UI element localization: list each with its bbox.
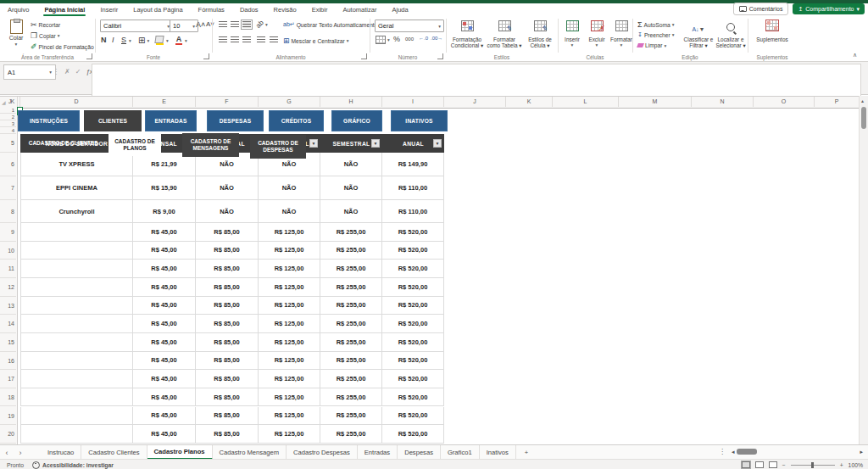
cell-r16c3[interactable]: R$ 125,00 (259, 352, 320, 370)
cell-r10c1[interactable]: R$ 45,00 (133, 242, 196, 260)
cell-r17c2[interactable]: R$ 85,00 (196, 370, 259, 388)
cell-r13c0[interactable] (20, 297, 133, 315)
cell-r20c2[interactable]: R$ 85,00 (196, 425, 259, 443)
sheet-tab-inativos[interactable]: Inativos (480, 445, 516, 460)
table-header-semestral[interactable]: SEMESTRAL▼ (320, 134, 382, 153)
cell-r16c1[interactable]: R$ 45,00 (133, 352, 196, 370)
add-sheet-button[interactable]: + (516, 445, 537, 460)
cell-r20c4[interactable]: R$ 255,00 (320, 425, 382, 443)
cadastro-despesas-button[interactable]: CADASTRO DE DESPESAS (250, 135, 306, 159)
cell-r12c3[interactable]: R$ 125,00 (259, 278, 320, 296)
scrollbar-grip-icon[interactable]: ⋮ (719, 448, 726, 455)
cell-r9c3[interactable]: R$ 125,00 (259, 223, 320, 241)
horizontal-scrollbar[interactable]: ◂ ▸ (732, 447, 863, 456)
cell-r14c1[interactable]: R$ 45,00 (133, 315, 196, 332)
zoom-in-button[interactable]: + (840, 462, 843, 468)
cell-r14c3[interactable]: R$ 125,00 (259, 315, 320, 332)
cell-r12c2[interactable]: R$ 85,00 (196, 278, 259, 296)
cell-r14c5[interactable]: R$ 520,00 (382, 315, 444, 332)
cell-r18c5[interactable]: R$ 520,00 (382, 388, 444, 406)
cell-r19c2[interactable]: R$ 85,00 (196, 407, 259, 425)
scroll-right-icon[interactable]: ▸ (860, 449, 863, 455)
cell-r17c1[interactable]: R$ 45,00 (133, 370, 196, 388)
cell-r12c1[interactable]: R$ 45,00 (133, 278, 196, 296)
page-break-view-button[interactable] (769, 461, 777, 468)
cell-r14c2[interactable]: R$ 85,00 (196, 315, 259, 332)
scroll-up-icon[interactable]: ▴ (861, 98, 864, 103)
cell-r13c4[interactable]: R$ 255,00 (320, 297, 382, 315)
page-layout-view-button[interactable] (755, 461, 764, 468)
filter-dropdown-icon[interactable]: ▼ (371, 139, 380, 148)
sheet-tab-grafico1[interactable]: Grafico1 (441, 445, 480, 460)
zoom-slider-thumb[interactable] (811, 462, 814, 468)
zoom-out-button[interactable]: − (782, 462, 786, 468)
cadastro-clientes-button[interactable]: CADASTRO DE CLIENTES (18, 133, 108, 154)
cell-r18c2[interactable]: R$ 85,00 (196, 388, 259, 406)
nav-button-inativos[interactable]: INATIVOS (391, 110, 448, 131)
cadastro-mensagens-button[interactable]: CADASTRO DE MENSAGENS (182, 133, 239, 157)
cell-r15c3[interactable]: R$ 125,00 (259, 333, 320, 351)
cell-r10c2[interactable]: R$ 85,00 (196, 242, 259, 260)
cell-r14c0[interactable] (20, 315, 133, 332)
cell-r19c3[interactable]: R$ 125,00 (259, 407, 320, 425)
cell-r16c4[interactable]: R$ 255,00 (320, 352, 382, 370)
filter-dropdown-icon[interactable]: ▼ (433, 139, 442, 148)
cell-r16c0[interactable] (20, 352, 133, 370)
cell-r13c2[interactable]: R$ 85,00 (196, 297, 259, 315)
nav-button-cr-ditos[interactable]: CRÉDITOS (269, 110, 324, 131)
cell-r10c0[interactable] (20, 242, 133, 260)
cell-r11c4[interactable]: R$ 255,00 (320, 260, 382, 277)
sheet-tab-cadastro-mensagem[interactable]: Cadastro Mensagem (213, 445, 287, 460)
sheet-tab-cadastro-clientes[interactable]: Cadastro Clientes (81, 445, 147, 460)
cell-r13c3[interactable]: R$ 125,00 (259, 297, 320, 315)
cell-r8c1[interactable]: R$ 9,00 (133, 200, 196, 222)
cell-r7c1[interactable]: R$ 15,90 (133, 176, 196, 199)
scroll-left-icon[interactable]: ◂ (732, 449, 735, 455)
cell-r12c4[interactable]: R$ 255,00 (320, 278, 382, 296)
cell-r15c1[interactable]: R$ 45,00 (133, 333, 196, 351)
cell-r10c5[interactable]: R$ 520,00 (382, 242, 444, 260)
cell-r7c0[interactable]: EPPI CINEMA (20, 176, 133, 199)
cell-r15c4[interactable]: R$ 255,00 (320, 333, 382, 351)
cell-r16c2[interactable]: R$ 85,00 (196, 352, 259, 370)
cell-r16c5[interactable]: R$ 520,00 (382, 352, 444, 370)
cell-r10c3[interactable]: R$ 125,00 (259, 242, 320, 260)
zoom-level[interactable]: 100% (849, 462, 863, 468)
cell-r7c5[interactable]: R$ 110,00 (382, 176, 444, 199)
vertical-scrollbar[interactable]: ▴ (859, 96, 868, 444)
cell-r6c4[interactable]: NÃO (320, 153, 382, 176)
sheet-tab-instrucao[interactable]: Instrucao (41, 445, 81, 460)
nav-button-entradas[interactable]: ENTRADAS (145, 110, 197, 131)
cell-r18c0[interactable] (20, 388, 133, 406)
sheet-tab-despesas[interactable]: Despesas (398, 445, 441, 460)
cell-r8c2[interactable]: NÃO (196, 200, 259, 222)
cell-r9c4[interactable]: R$ 255,00 (320, 223, 382, 241)
cell-r13c1[interactable]: R$ 45,00 (133, 297, 196, 315)
cell-r20c0[interactable] (20, 425, 133, 443)
cell-r12c0[interactable] (20, 278, 133, 296)
sheet-tab-cadastro-despesas[interactable]: Cadastro Despesas (287, 445, 358, 460)
next-sheet-button[interactable]: › (14, 445, 27, 460)
cell-r20c3[interactable]: R$ 125,00 (259, 425, 320, 443)
normal-view-button[interactable] (742, 461, 750, 468)
horizontal-scroll-thumb[interactable] (737, 449, 757, 455)
cell-r10c4[interactable]: R$ 255,00 (320, 242, 382, 260)
cell-r19c5[interactable]: R$ 520,00 (382, 407, 444, 425)
cell-r13c5[interactable]: R$ 520,00 (382, 297, 444, 315)
cell-r9c0[interactable] (20, 223, 133, 241)
sheet-tab-cadastro-planos[interactable]: Cadastro Planos (147, 445, 213, 460)
cell-r19c4[interactable]: R$ 255,00 (320, 407, 382, 425)
cell-r11c2[interactable]: R$ 85,00 (196, 260, 259, 277)
cell-r8c0[interactable]: Crunchyroll (20, 200, 133, 222)
vertical-scroll-thumb[interactable] (861, 107, 866, 129)
cell-r20c1[interactable]: R$ 45,00 (133, 425, 196, 443)
sheet-tab-entradas[interactable]: Entradas (358, 445, 398, 460)
cell-r9c1[interactable]: R$ 45,00 (133, 223, 196, 241)
cell-r11c5[interactable]: R$ 520,00 (382, 260, 444, 277)
cell-r11c3[interactable]: R$ 125,00 (259, 260, 320, 277)
cell-r17c0[interactable] (20, 370, 133, 388)
cell-r7c4[interactable]: NÃO (320, 176, 382, 199)
prev-sheet-button[interactable]: ‹ (0, 445, 14, 460)
cell-r8c4[interactable]: NÃO (320, 200, 382, 222)
cell-r14c4[interactable]: R$ 255,00 (320, 315, 382, 332)
